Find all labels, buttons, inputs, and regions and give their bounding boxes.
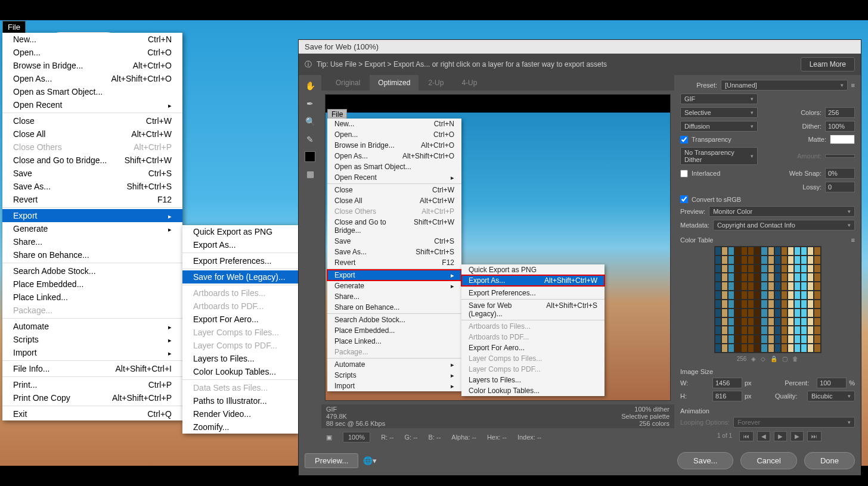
menu-item[interactable]: Close AllAlt+Ctrl+W bbox=[2, 127, 182, 141]
menu-item[interactable]: Export As...Alt+Shift+Ctrl+W bbox=[461, 275, 604, 286]
preview-pane[interactable]: File New...Ctrl+NOpen...Ctrl+OBrowse in … bbox=[325, 94, 671, 401]
menu-item[interactable]: Render Video... bbox=[182, 407, 298, 420]
menu-item[interactable]: Print...Ctrl+P bbox=[2, 378, 182, 391]
menu-item[interactable]: Layer Comps to PDF... bbox=[182, 339, 298, 352]
menu-item[interactable]: Export For Aero... bbox=[461, 342, 604, 353]
menu-item[interactable]: Open as Smart Object... bbox=[327, 161, 461, 172]
menu-item[interactable]: Share... bbox=[2, 235, 182, 248]
matte-swatch[interactable] bbox=[830, 135, 855, 144]
menu-item[interactable]: Scripts bbox=[327, 370, 461, 381]
color-table-menu-icon[interactable]: ≡ bbox=[851, 236, 855, 244]
menu-item[interactable]: Artboards to Files... bbox=[461, 321, 604, 332]
menu-item[interactable]: Export bbox=[2, 209, 182, 222]
menu-item[interactable]: Place Linked... bbox=[2, 291, 182, 304]
menu-item[interactable]: Export Preferences... bbox=[461, 288, 604, 298]
toggle-slices-icon[interactable]: ▦ bbox=[304, 168, 316, 180]
menu-item[interactable]: Search Adobe Stock... bbox=[327, 314, 461, 325]
save-button[interactable]: Save... bbox=[677, 452, 733, 469]
menu-item[interactable]: RevertF12 bbox=[327, 257, 461, 268]
ct-new-icon[interactable]: ▢ bbox=[782, 356, 788, 362]
preview-tab[interactable]: Original bbox=[327, 75, 368, 91]
menu-item[interactable]: Close and Go to Bridge...Shift+Ctrl+W bbox=[2, 154, 182, 167]
menu-item[interactable]: Share on Behance... bbox=[327, 302, 461, 313]
select-frame-icon[interactable]: ▣ bbox=[326, 434, 332, 441]
file-menu-tab[interactable]: File bbox=[2, 21, 26, 33]
menu-item[interactable]: Layer Comps to PDF... bbox=[461, 364, 604, 375]
menu-item[interactable]: Browse in Bridge...Alt+Ctrl+O bbox=[2, 59, 182, 72]
menu-item[interactable]: File Info...Alt+Shift+Ctrl+I bbox=[2, 362, 182, 375]
menu-item[interactable]: Print One CopyAlt+Shift+Ctrl+P bbox=[2, 391, 182, 404]
preview-tab[interactable]: 4-Up bbox=[453, 75, 485, 91]
menu-item[interactable]: SaveCtrl+S bbox=[2, 167, 182, 180]
slice-tool-icon[interactable]: ✒ bbox=[304, 98, 316, 110]
menu-item[interactable]: Share... bbox=[327, 291, 461, 302]
hand-tool-icon[interactable]: ✋ bbox=[304, 80, 316, 92]
menu-item[interactable]: Artboards to Files... bbox=[182, 286, 298, 300]
menu-item[interactable]: Layers to Files... bbox=[182, 352, 298, 365]
menu-item[interactable]: Export As... bbox=[182, 238, 298, 251]
menu-item[interactable]: Layers to Files... bbox=[461, 375, 604, 385]
format-dropdown[interactable]: GIF bbox=[680, 94, 758, 104]
menu-item[interactable]: Layer Comps to Files... bbox=[461, 353, 604, 364]
menu-item[interactable]: ExitCtrl+Q bbox=[2, 407, 182, 420]
browser-preview-icon[interactable]: 🌐▾ bbox=[363, 456, 377, 465]
srgb-checkbox[interactable] bbox=[680, 195, 688, 203]
quality-dropdown[interactable]: Bicubic bbox=[807, 391, 855, 401]
menu-item[interactable]: Place Linked... bbox=[327, 336, 461, 347]
learn-more-button[interactable]: Learn More bbox=[801, 57, 855, 71]
menu-item[interactable]: Save As...Shift+Ctrl+S bbox=[327, 247, 461, 257]
preview-button[interactable]: Preview... bbox=[305, 453, 358, 468]
preview-dropdown[interactable]: Monitor Color bbox=[709, 206, 855, 217]
menu-item[interactable]: Open Recent bbox=[2, 98, 182, 111]
menu-item[interactable]: Package... bbox=[327, 347, 461, 357]
menu-item[interactable]: Export Preferences... bbox=[182, 254, 298, 267]
menu-item[interactable]: Paths to Illustrator... bbox=[182, 394, 298, 407]
menu-item[interactable]: Import bbox=[327, 381, 461, 391]
menu-item[interactable]: Import bbox=[2, 346, 182, 359]
menu-item[interactable]: Export For Aero... bbox=[182, 313, 298, 326]
colors-input[interactable]: 256 bbox=[825, 107, 855, 118]
reduction-dropdown[interactable]: Selective bbox=[680, 107, 758, 118]
menu-item[interactable]: Package... bbox=[2, 304, 182, 317]
menu-item[interactable]: Scripts bbox=[2, 333, 182, 346]
menu-item[interactable]: Place Embedded... bbox=[2, 278, 182, 291]
menu-item[interactable]: SaveCtrl+S bbox=[327, 236, 461, 247]
play-icon[interactable]: ▶ bbox=[774, 431, 787, 441]
ct-lock-icon[interactable]: 🔒 bbox=[770, 356, 777, 362]
menu-item[interactable]: Search Adobe Stock... bbox=[2, 264, 182, 278]
preview-tab[interactable]: Optimized bbox=[370, 75, 418, 91]
menu-item[interactable]: Automate bbox=[327, 359, 461, 370]
websnap-input[interactable]: 0% bbox=[825, 168, 855, 179]
height-input[interactable]: 816 bbox=[712, 391, 742, 401]
menu-item[interactable]: Layer Comps to Files... bbox=[182, 326, 298, 339]
menu-item[interactable]: Open Recent bbox=[327, 172, 461, 183]
menu-item[interactable]: Quick Export as PNG bbox=[182, 225, 298, 238]
preset-menu-icon[interactable]: ≡ bbox=[851, 82, 855, 89]
percent-input[interactable]: 100 bbox=[817, 378, 847, 388]
menu-item[interactable]: Open...Ctrl+O bbox=[327, 129, 461, 140]
zoom-dropdown[interactable]: 100% bbox=[343, 432, 370, 443]
menu-item[interactable]: Save As...Shift+Ctrl+S bbox=[2, 180, 182, 193]
menu-item[interactable]: Close and Go to Bridge...Shift+Ctrl+W bbox=[327, 217, 461, 236]
interlaced-checkbox[interactable] bbox=[680, 170, 688, 177]
menu-item[interactable]: Automate bbox=[2, 320, 182, 333]
menu-item[interactable]: Share on Behance... bbox=[2, 248, 182, 261]
width-input[interactable]: 1456 bbox=[712, 378, 742, 388]
menu-item[interactable]: Close OthersAlt+Ctrl+P bbox=[2, 141, 182, 154]
eyedropper-color-swatch[interactable] bbox=[305, 151, 315, 162]
menu-item[interactable]: New...Ctrl+N bbox=[2, 33, 182, 46]
menu-item[interactable]: Artboards to PDF... bbox=[461, 332, 604, 342]
last-frame-icon[interactable]: ⏭ bbox=[807, 431, 822, 441]
menu-item[interactable]: Color Lookup Tables... bbox=[461, 385, 604, 396]
dither-input[interactable]: 100% bbox=[825, 121, 855, 132]
menu-item[interactable]: Close OthersAlt+Ctrl+P bbox=[327, 206, 461, 217]
transparency-dither-dropdown[interactable]: No Transparency Dither bbox=[680, 147, 758, 165]
menu-item[interactable]: Browse in Bridge...Alt+Ctrl+O bbox=[327, 140, 461, 151]
menu-item[interactable]: Export bbox=[327, 270, 461, 281]
preview-tab[interactable]: 2-Up bbox=[420, 75, 452, 91]
cancel-button[interactable]: Cancel bbox=[740, 452, 796, 469]
lossy-input[interactable]: 0 bbox=[825, 182, 855, 192]
menu-item[interactable]: Quick Export as PNG bbox=[461, 264, 604, 275]
menu-item[interactable]: Data Sets as Files... bbox=[182, 381, 298, 394]
menu-item[interactable]: Open...Ctrl+O bbox=[2, 46, 182, 59]
